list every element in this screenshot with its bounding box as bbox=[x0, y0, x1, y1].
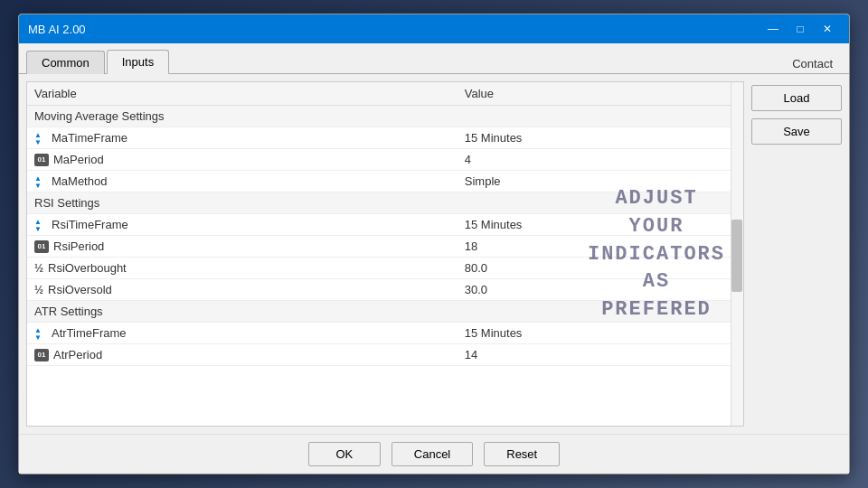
variable-cell: ▲▼ MaTimeFrame bbox=[34, 131, 450, 145]
col-variable: Variable bbox=[27, 82, 458, 106]
table-row: ▲▼ AtrTimeFrame 15 Minutes bbox=[27, 323, 743, 344]
table-container: Variable Value Moving Average Settings ▲… bbox=[26, 81, 744, 427]
footer: OK Cancel Reset bbox=[19, 434, 849, 474]
window-controls: — □ ✕ bbox=[760, 19, 840, 39]
half-icon: ½ bbox=[34, 262, 43, 275]
table-row: 01 RsiPeriod 18 bbox=[27, 236, 743, 258]
variable-cell: ▲▼ MaMethod bbox=[34, 174, 450, 188]
window-body: Common Inputs Contact Variable Value bbox=[19, 43, 849, 474]
save-button[interactable]: Save bbox=[751, 118, 842, 145]
table-row: ▲▼ RsiTimeFrame 15 Minutes bbox=[27, 214, 743, 236]
variable-name: MaMethod bbox=[52, 174, 107, 188]
arrows-icon: ▲▼ bbox=[34, 175, 47, 188]
side-panel: Load Save bbox=[751, 81, 842, 427]
variable-cell: ½ RsiOversold bbox=[34, 283, 450, 296]
content-area: Variable Value Moving Average Settings ▲… bbox=[19, 74, 849, 434]
contact-button[interactable]: Contact bbox=[783, 54, 842, 73]
variable-name: AtrTimeFrame bbox=[52, 326, 127, 340]
half-icon: ½ bbox=[34, 284, 43, 296]
arrows-icon: ▲▼ bbox=[34, 132, 47, 145]
value-cell: 14 bbox=[458, 344, 743, 366]
scrollbar-track[interactable] bbox=[731, 82, 743, 426]
variable-name: MaPeriod bbox=[53, 153, 104, 166]
value-cell: Simple bbox=[458, 171, 743, 192]
tab-inputs[interactable]: Inputs bbox=[107, 50, 169, 74]
variable-name: RsiPeriod bbox=[53, 239, 104, 253]
variable-cell: 01 MaPeriod bbox=[34, 153, 450, 166]
col-value: Value bbox=[458, 82, 743, 106]
table-row: ½ RsiOverbought 80.0 bbox=[27, 258, 743, 279]
integer-icon: 01 bbox=[34, 240, 49, 253]
variable-cell: 01 AtrPeriod bbox=[34, 348, 450, 361]
table-row: ½ RsiOversold 30.0 bbox=[27, 279, 743, 301]
maximize-button[interactable]: □ bbox=[788, 19, 813, 39]
value-cell: 18 bbox=[458, 236, 743, 258]
value-cell: 15 Minutes bbox=[458, 323, 743, 344]
close-button[interactable]: ✕ bbox=[815, 19, 840, 39]
load-button[interactable]: Load bbox=[751, 85, 842, 111]
variable-cell: ▲▼ AtrTimeFrame bbox=[34, 326, 450, 340]
section-header: RSI Settings bbox=[27, 192, 743, 214]
value-cell: 80.0 bbox=[458, 258, 743, 279]
settings-table: Variable Value Moving Average Settings ▲… bbox=[27, 82, 743, 366]
variable-name: RsiOverbought bbox=[48, 261, 127, 275]
window-title: MB AI 2.00 bbox=[28, 23, 760, 36]
tab-bar: Common Inputs Contact bbox=[19, 43, 849, 74]
variable-cell: ▲▼ RsiTimeFrame bbox=[34, 218, 450, 231]
tab-common[interactable]: Common bbox=[26, 51, 105, 74]
arrows-icon: ▲▼ bbox=[34, 327, 47, 340]
table-scroll[interactable]: Variable Value Moving Average Settings ▲… bbox=[27, 82, 743, 426]
main-window: MB AI 2.00 — □ ✕ Common Inputs Contact bbox=[18, 14, 850, 474]
table-row: ▲▼ MaTimeFrame 15 Minutes bbox=[27, 127, 743, 149]
table-row: ▲▼ MaMethod Simple bbox=[27, 171, 743, 192]
integer-icon: 01 bbox=[34, 349, 49, 361]
title-bar: MB AI 2.00 — □ ✕ bbox=[19, 14, 849, 43]
reset-button[interactable]: Reset bbox=[484, 442, 560, 466]
section-header: Moving Average Settings bbox=[27, 106, 743, 127]
table-row: 01 MaPeriod 4 bbox=[27, 149, 743, 171]
value-cell: 30.0 bbox=[458, 279, 743, 301]
value-cell: 4 bbox=[458, 149, 743, 171]
minimize-button[interactable]: — bbox=[760, 19, 786, 39]
value-cell: 15 Minutes bbox=[458, 214, 743, 236]
variable-name: AtrPeriod bbox=[53, 348, 102, 361]
variable-name: RsiOversold bbox=[48, 283, 112, 296]
variable-name: MaTimeFrame bbox=[52, 131, 127, 145]
arrows-icon: ▲▼ bbox=[34, 219, 47, 231]
table-row: 01 AtrPeriod 14 bbox=[27, 344, 743, 366]
section-header: ATR Settings bbox=[27, 301, 743, 323]
integer-icon: 01 bbox=[34, 154, 49, 166]
cancel-button[interactable]: Cancel bbox=[392, 442, 473, 466]
value-cell: 15 Minutes bbox=[458, 127, 743, 149]
variable-name: RsiTimeFrame bbox=[52, 218, 128, 231]
variable-cell: ½ RsiOverbought bbox=[34, 261, 450, 275]
scrollbar-thumb[interactable] bbox=[731, 220, 742, 292]
ok-button[interactable]: OK bbox=[308, 442, 381, 466]
variable-cell: 01 RsiPeriod bbox=[34, 239, 450, 253]
